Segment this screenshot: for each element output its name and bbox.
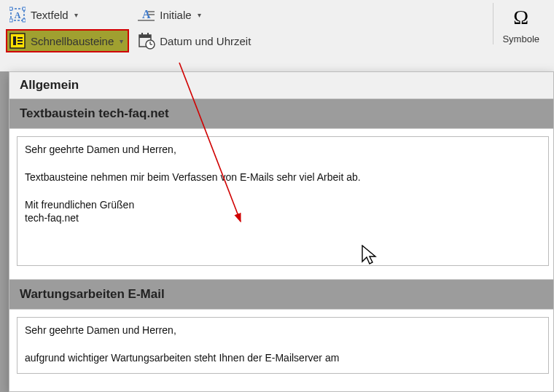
left-edge-strip <box>0 71 9 392</box>
quickparts-gallery: Allgemein Textbaustein tech-faq.net Sehr… <box>9 71 554 392</box>
svg-rect-9 <box>17 40 23 42</box>
quickparts-label: Schnellbausteine <box>31 35 114 47</box>
gallery-category: Allgemein <box>9 72 553 98</box>
svg-rect-7 <box>13 36 16 45</box>
svg-rect-17 <box>141 33 143 36</box>
datetime-icon <box>138 32 155 50</box>
chevron-down-icon: ▾ <box>74 11 78 19</box>
svg-rect-8 <box>17 37 23 39</box>
svg-rect-1 <box>9 7 12 10</box>
gallery-item-preview[interactable]: Sehr geehrte Damen und Herren, aufgrund … <box>17 317 549 374</box>
cursor-icon <box>362 245 379 267</box>
chevron-down-icon: ▾ <box>198 11 201 19</box>
svg-rect-3 <box>9 19 12 22</box>
svg-text:A: A <box>15 10 21 20</box>
svg-rect-13 <box>148 14 155 15</box>
symbols-label: Symbole <box>502 34 539 44</box>
initials-button[interactable]: A Initiale ▾ <box>135 3 257 26</box>
initials-icon: A <box>138 6 155 23</box>
svg-rect-18 <box>147 33 149 36</box>
svg-rect-12 <box>148 11 155 12</box>
gallery-item-title[interactable]: Textbaustein tech-faq.net <box>9 98 553 129</box>
svg-rect-2 <box>23 7 26 10</box>
omega-icon: Ω <box>502 6 539 29</box>
datetime-button[interactable]: Datum und Uhrzeit <box>135 29 257 52</box>
svg-rect-10 <box>17 43 23 44</box>
initials-label: Initiale <box>160 9 191 21</box>
ribbon: A Textfeld ▾ Schnellbausteine ▾ <box>0 0 554 58</box>
quickparts-icon <box>9 32 26 50</box>
quickparts-button[interactable]: Schnellbausteine ▾ <box>6 29 129 52</box>
svg-rect-16 <box>139 35 151 38</box>
symbols-group[interactable]: Ω Symbole <box>493 3 548 44</box>
chevron-down-icon: ▾ <box>120 37 123 45</box>
textbox-label: Textfeld <box>31 9 69 21</box>
svg-rect-14 <box>138 20 155 21</box>
textbox-button[interactable]: A Textfeld ▾ <box>6 3 129 26</box>
gallery-item-preview[interactable]: Sehr geehrte Damen und Herren, Textbaust… <box>17 136 549 266</box>
textbox-icon: A <box>9 6 26 23</box>
datetime-label: Datum und Uhrzeit <box>160 35 251 47</box>
gallery-item-title[interactable]: Wartungsarbeiten E-Mail <box>9 279 553 310</box>
svg-rect-4 <box>23 19 26 22</box>
